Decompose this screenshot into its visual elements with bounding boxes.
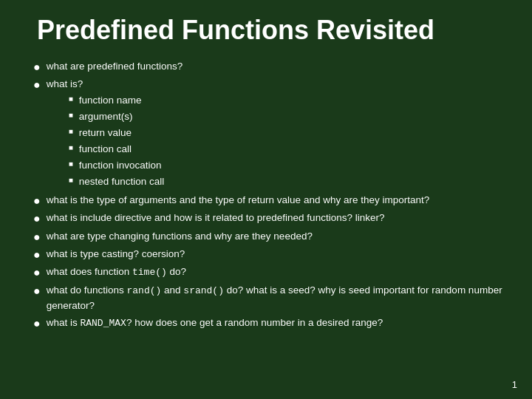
- inline-code: time(): [132, 267, 167, 278]
- bullet-text: what is type casting? coersion?: [47, 247, 502, 262]
- list-item: ● what is? ■ function name ■ argument(s)…: [30, 77, 502, 191]
- bullet-text: what is? ■ function name ■ argument(s) ■…: [47, 77, 502, 191]
- list-item: ● what do functions rand() and srand() d…: [30, 283, 502, 314]
- sub-bullet-marker: ■: [69, 158, 73, 170]
- sub-bullet-text: function call: [79, 142, 502, 157]
- slide-content: ● what are predefined functions? ● what …: [30, 59, 502, 384]
- bullet-marker: ●: [33, 193, 41, 209]
- bullet-marker: ●: [33, 229, 41, 245]
- sub-list: ■ function name ■ argument(s) ■ return v…: [47, 93, 502, 190]
- bullet-text: what does function time() do?: [47, 265, 502, 280]
- slide: Predefined Functions Revisited ● what ar…: [0, 0, 532, 399]
- list-item: ■ return value: [47, 126, 502, 141]
- list-item: ■ nested function call: [47, 174, 502, 190]
- inline-code: srand(): [183, 285, 224, 296]
- bullet-text: what is the type of arguments and the ty…: [47, 193, 502, 208]
- sub-bullet-marker: ■: [69, 126, 73, 137]
- inline-code: rand(): [127, 285, 162, 296]
- list-item: ● what is include directive and how is i…: [30, 211, 502, 227]
- list-item: ● what are type changing functions and w…: [30, 229, 502, 245]
- bullet-text: what are predefined functions?: [47, 59, 502, 75]
- list-item: ● what does function time() do?: [30, 265, 502, 281]
- inline-code: RAND_MAX: [80, 318, 126, 329]
- bullet-marker: ●: [33, 59, 41, 75]
- sub-bullet-text: nested function call: [79, 174, 502, 190]
- sub-bullet-marker: ■: [69, 93, 73, 105]
- list-item: ■ argument(s): [47, 109, 502, 125]
- list-item: ■ function call: [47, 142, 502, 157]
- sub-bullet-marker: ■: [69, 142, 73, 154]
- list-item: ● what are predefined functions?: [30, 59, 502, 75]
- bullet-text: what is include directive and how is it …: [47, 211, 502, 226]
- bullet-marker: ●: [33, 211, 41, 227]
- bullet-text: what is RAND_MAX? how does one get a ran…: [47, 316, 502, 331]
- bullet-marker: ●: [33, 316, 41, 332]
- bullet-text: what are type changing functions and why…: [47, 229, 502, 245]
- bullet-text: what do functions rand() and srand() do?…: [47, 283, 502, 314]
- list-item: ● what is RAND_MAX? how does one get a r…: [30, 316, 502, 332]
- sub-bullet-marker: ■: [69, 109, 73, 121]
- page-number: 1: [512, 379, 517, 390]
- sub-bullet-text: argument(s): [79, 109, 502, 125]
- bullet-marker: ●: [33, 283, 41, 299]
- sub-bullet-text: function name: [79, 93, 502, 109]
- bullet-marker: ●: [33, 247, 41, 263]
- list-item: ■ function name: [47, 93, 502, 109]
- list-item: ● what is the type of arguments and the …: [30, 193, 502, 209]
- sub-bullet-marker: ■: [69, 174, 73, 186]
- bullet-marker: ●: [33, 265, 41, 281]
- list-item: ● what is type casting? coersion?: [30, 247, 502, 263]
- slide-title: Predefined Functions Revisited: [30, 15, 502, 46]
- sub-bullet-text: function invocation: [79, 158, 502, 174]
- bullet-marker: ●: [33, 77, 41, 93]
- list-item: ■ function invocation: [47, 158, 502, 174]
- sub-bullet-text: return value: [79, 126, 502, 141]
